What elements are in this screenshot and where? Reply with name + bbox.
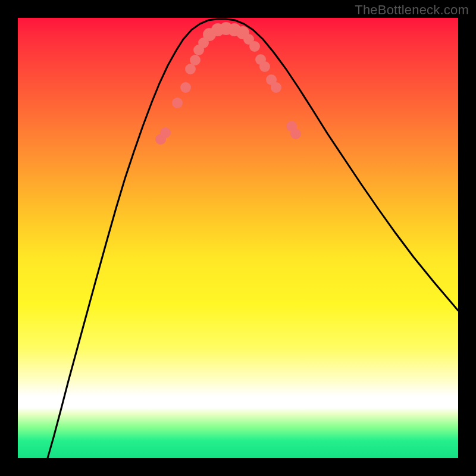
bottleneck-plot — [18, 18, 458, 458]
curve-marker — [180, 82, 191, 93]
curve-markers — [155, 22, 301, 145]
curve-marker — [290, 129, 301, 139]
curve-marker — [249, 41, 260, 52]
frame-border-bottom — [0, 458, 476, 476]
chart-canvas: TheBottleneck.com — [0, 0, 476, 476]
curve-marker — [172, 98, 183, 108]
bottleneck-curve — [48, 19, 458, 458]
frame-border-left — [0, 0, 18, 476]
curve-marker — [160, 127, 171, 138]
frame-border-right — [458, 0, 476, 476]
curve-marker — [259, 61, 270, 72]
attribution-watermark: TheBottleneck.com — [355, 2, 469, 18]
curve-marker — [271, 82, 281, 93]
curve-marker — [190, 55, 201, 65]
